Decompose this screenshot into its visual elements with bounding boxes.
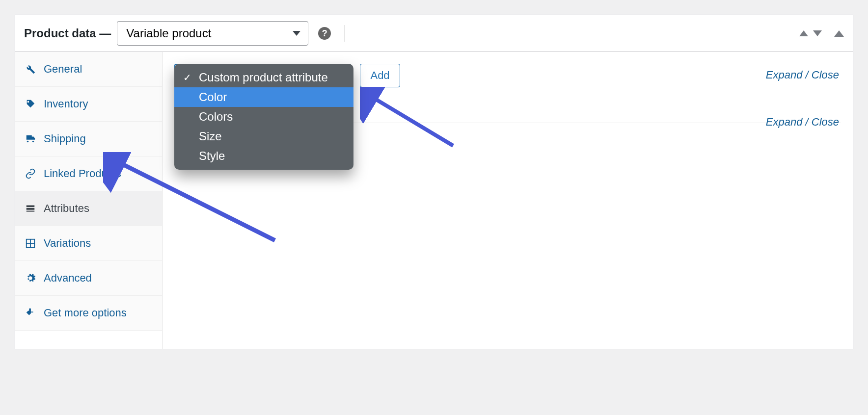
- divider: [344, 25, 345, 42]
- dropdown-item-label: Style: [199, 149, 225, 163]
- wrench-icon: [25, 64, 36, 75]
- dropdown-item-custom[interactable]: ✓ Custom product attribute: [174, 68, 353, 87]
- tab-label: General: [44, 63, 82, 76]
- tab-advanced[interactable]: Advanced: [15, 261, 162, 296]
- collapse-toggle-icon[interactable]: [834, 30, 844, 37]
- tab-inventory[interactable]: Inventory: [15, 87, 162, 122]
- tab-shipping[interactable]: Shipping: [15, 122, 162, 156]
- dropdown-item-label: Colors: [199, 110, 233, 124]
- attribute-dropdown-menu: ✓ Custom product attribute Color Colors …: [174, 64, 353, 170]
- panel-toggle-controls: [799, 30, 844, 37]
- tab-label: Linked Products: [44, 167, 121, 180]
- dropdown-item-label: Color: [199, 90, 227, 104]
- grid-icon: [25, 238, 36, 249]
- tab-label: Attributes: [44, 202, 89, 215]
- annotation-arrow-dropdown: [360, 87, 458, 151]
- gear-icon: [25, 273, 36, 284]
- dropdown-item-label: Custom product attribute: [199, 71, 328, 84]
- list-icon: [25, 203, 36, 214]
- tab-label: Get more options: [44, 307, 127, 319]
- tab-variations[interactable]: Variations: [15, 226, 162, 261]
- tab-label: Advanced: [44, 272, 92, 285]
- product-data-tabs: General Inventory Shipping Linked Produc…: [15, 52, 163, 349]
- tab-content-attributes: ✓ Custom product attribute Color Colors …: [163, 52, 853, 349]
- attribute-select-wrap: ✓ Custom product attribute Color Colors …: [174, 64, 351, 91]
- svg-line-4: [367, 94, 453, 146]
- add-button[interactable]: Add: [360, 64, 400, 87]
- tab-attributes[interactable]: Attributes: [15, 191, 162, 226]
- link-icon: [25, 168, 36, 179]
- tab-label: Inventory: [44, 98, 88, 110]
- panel-title: Product data —: [24, 26, 111, 40]
- move-up-icon[interactable]: [799, 30, 808, 36]
- move-down-icon[interactable]: [813, 30, 822, 36]
- dropdown-item-color[interactable]: Color: [174, 87, 353, 107]
- tab-get-more-options[interactable]: Get more options: [15, 296, 162, 331]
- tab-general[interactable]: General: [15, 52, 162, 87]
- check-icon: ✓: [183, 72, 191, 83]
- help-icon[interactable]: ?: [318, 27, 331, 40]
- dropdown-item-label: Size: [199, 130, 222, 143]
- dropdown-item-colors[interactable]: Colors: [174, 107, 353, 127]
- dropdown-item-size[interactable]: Size: [174, 127, 353, 146]
- expand-close-link-bottom[interactable]: Expand / Close: [766, 116, 839, 129]
- tag-icon: [25, 99, 36, 109]
- panel-header: Product data — Variable product ?: [15, 15, 853, 52]
- tab-linked-products[interactable]: Linked Products: [15, 156, 162, 191]
- chevron-down-icon: [293, 31, 300, 36]
- expand-close-link-top[interactable]: Expand / Close: [766, 69, 839, 81]
- tab-label: Variations: [44, 237, 91, 250]
- tab-label: Shipping: [44, 132, 86, 145]
- plug-icon: [25, 308, 36, 318]
- truck-icon: [25, 133, 36, 144]
- panel-body: General Inventory Shipping Linked Produc…: [15, 52, 853, 349]
- product-data-panel: Product data — Variable product ? Genera…: [15, 15, 853, 349]
- dropdown-item-style[interactable]: Style: [174, 146, 353, 166]
- product-type-select[interactable]: Variable product: [117, 21, 308, 46]
- product-type-value: Variable product: [126, 26, 211, 40]
